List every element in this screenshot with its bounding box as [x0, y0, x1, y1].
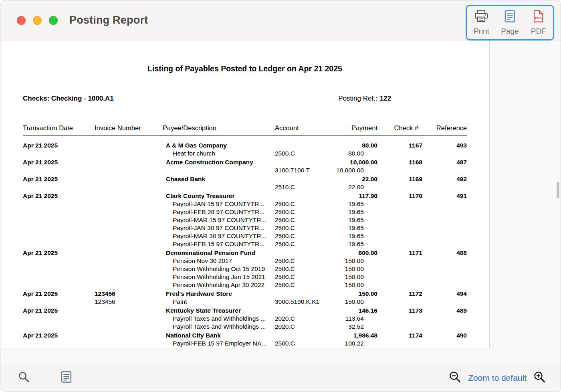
table-detail-row: 2510.C 22.00: [23, 183, 467, 191]
document-text-icon: [61, 371, 72, 384]
table-row: Apr 21 2025 Chased Bank 22.00 1169 492: [23, 175, 467, 183]
table-header-row: Transaction Date Invoice Number Payee/De…: [23, 124, 467, 135]
column-header-check-number: Check #: [377, 124, 422, 131]
table-detail-row: Payroll Taxes and Withholdings ... 2020.…: [23, 315, 467, 323]
table-detail-row: Payroll-JAN 30 97 COUNTYTR... 2500.C 19.…: [23, 224, 467, 232]
table-detail-row: Pension Withholding Apr 30 2022 2500.C 1…: [23, 281, 467, 289]
posting-ref-value: 122: [380, 95, 391, 102]
zoom-to-default-link[interactable]: Zoom to default: [468, 374, 527, 382]
zoom-out-icon: [449, 371, 461, 384]
text-view-button[interactable]: [61, 371, 72, 384]
minimize-button[interactable]: [33, 16, 42, 25]
vertical-scrollbar-thumb[interactable]: [557, 182, 559, 198]
close-button[interactable]: [17, 16, 26, 25]
table-row: Apr 21 2025 Kentucky State Treasurer 146…: [23, 307, 467, 315]
search-icon: [18, 371, 30, 384]
table-detail-row: Payroll-MAR 15 97 COUNTYTR... 2500.C 19.…: [23, 216, 467, 224]
window-title: Posting Report: [69, 14, 148, 26]
table-detail-row: 3100.7100.T 10,000.00: [23, 166, 467, 174]
table-row: Apr 21 2025 Denominational Pension Fund …: [23, 249, 467, 257]
pdf-button[interactable]: PDF PDF: [525, 6, 553, 39]
table-detail-row: 123456 Paint 3000.5190.K.K1 150.00: [23, 298, 467, 306]
page-button-label: Page: [501, 27, 519, 35]
column-header-reference: Reference: [422, 124, 467, 131]
posting-report-window: Posting Report Print: [0, 0, 561, 392]
pdf-button-label: PDF: [531, 27, 546, 35]
column-header-account: Account: [272, 124, 331, 131]
page-setup-button[interactable]: Page: [496, 6, 524, 39]
column-header-payment: Payment: [331, 124, 377, 131]
column-header-payee-description: Payee/Description: [159, 124, 272, 131]
footer-left-tools: [0, 371, 72, 384]
table-row: Apr 21 2025 A & M Gas Company 80.00 1167…: [23, 141, 467, 150]
posting-ref-label: Posting Ref.:: [338, 95, 377, 102]
report-page: Listing of Payables Posted to Ledger on …: [0, 40, 490, 348]
report-meta-row: Checks: Checking - 1000.A1 Posting Ref.:…: [23, 94, 467, 103]
zoom-out-button[interactable]: [449, 371, 461, 384]
column-header-invoice-number: Invoice Number: [92, 124, 159, 131]
toolbar-group-highlighted: Print Page: [466, 5, 554, 40]
footer-toolbar: Zoom to default: [0, 363, 561, 392]
table-detail-row: Payroll-JAN 15 97 COUNTYTR... 2500.C 19.…: [23, 200, 467, 208]
zoom-in-button[interactable]: [533, 371, 546, 384]
posting-ref: Posting Ref.:122: [338, 94, 391, 103]
column-header-transaction-date: Transaction Date: [23, 124, 92, 131]
table-detail-row: Payroll-FEB 15 97 COUNTYTR... 2500.C 19.…: [23, 240, 467, 248]
table-detail-row: Pension Withholding Jan 15 2021 2500.C 1…: [23, 273, 467, 281]
table-detail-row: Payroll-MAR 30 97 COUNTYTR... 2500.C 19.…: [23, 232, 467, 240]
report-rows: Apr 21 2025 A & M Gas Company 80.00 1167…: [23, 135, 467, 348]
table-detail-row: Heat for church 2500.C 80.00: [23, 150, 467, 158]
page-icon: [504, 10, 515, 24]
table-row: Apr 21 2025 Acme Construction Company 10…: [23, 158, 467, 166]
traffic-lights: [17, 16, 58, 25]
titlebar: Posting Report Print: [0, 0, 561, 40]
svg-text:PDF: PDF: [535, 16, 542, 20]
pdf-icon: PDF: [533, 10, 544, 24]
table-detail-row: Pension Nov 30 2017 2500.C 150.00: [23, 257, 467, 265]
table-row: Apr 21 2025 123456 Fred's Hardware Store…: [23, 290, 467, 298]
report-preview-area: Listing of Payables Posted to Ledger on …: [0, 40, 561, 363]
search-button[interactable]: [18, 371, 30, 384]
zoom-in-icon: [533, 371, 546, 384]
report-title: Listing of Payables Posted to Ledger on …: [23, 64, 467, 73]
table-detail-row: Payroll-FEB 28 97 COUNTYTR... 2500.C 19.…: [23, 208, 467, 216]
table-row: Apr 21 2025 Clark County Treasurer 117.9…: [23, 192, 467, 200]
table-row: Apr 21 2025 National City Bank 1,986.48 …: [23, 331, 467, 339]
print-button[interactable]: Print: [467, 6, 495, 39]
table-detail-row: Payroll-FEB 15 97 Employer NA... 2500.C …: [23, 339, 467, 348]
checks-account-label: Checks: Checking - 1000.A1: [23, 94, 114, 103]
zoom-window-button[interactable]: [49, 16, 58, 25]
zoom-controls: Zoom to default: [449, 371, 561, 384]
table-detail-row: Pension Withholding Oct 15 2019 2500.C 1…: [23, 265, 467, 273]
table-detail-row: Payroll Taxes and Withholdings ... 2020.…: [23, 323, 467, 331]
printer-icon: [474, 10, 488, 24]
print-button-label: Print: [474, 27, 489, 35]
